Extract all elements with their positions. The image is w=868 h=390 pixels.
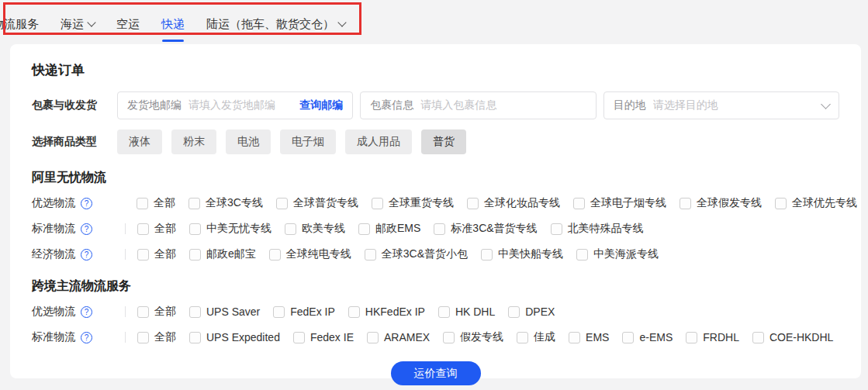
checkbox[interactable] [269, 249, 281, 261]
checkbox-item[interactable]: HKFedEx IP [348, 305, 425, 318]
checkbox-item[interactable]: 全球普货专线 [276, 196, 358, 210]
checkbox[interactable] [438, 306, 450, 318]
logistics-sections: 阿里无忧物流优选物流?全部全球3C专线全球普货专线全球重货专线全球化妆品专线全球… [32, 170, 839, 346]
nav-item[interactable]: 陆运（拖车、散货交仓） [206, 17, 345, 32]
help-icon[interactable]: ? [81, 198, 92, 209]
checkbox[interactable] [285, 223, 296, 235]
checkbox[interactable] [367, 332, 379, 343]
checkbox-item[interactable]: FedEx IP [273, 305, 335, 318]
checkbox-label: FedEx IP [290, 305, 335, 318]
checkbox[interactable] [622, 332, 634, 343]
checkbox[interactable] [358, 223, 370, 235]
checkbox[interactable] [680, 198, 691, 209]
checkbox[interactable] [189, 249, 201, 261]
nav-item[interactable]: 快递 [161, 17, 185, 32]
origin-zip-input[interactable]: 发货地邮编 请填入发货地邮编 查询邮编 [117, 91, 353, 119]
checkbox[interactable] [365, 249, 376, 261]
logistics-row-label: 经济物流 [32, 247, 75, 261]
checkbox-item[interactable]: 北美特殊品专线 [551, 222, 644, 236]
destination-select[interactable]: 目的地 请选择目的地 [603, 91, 839, 119]
checkbox-item[interactable]: 邮政EMS [358, 222, 420, 236]
checkbox[interactable] [189, 223, 201, 235]
checkbox-item[interactable]: 全球化妆品专线 [467, 196, 560, 210]
product-type-chip[interactable]: 粉末 [171, 129, 216, 154]
checkbox-item[interactable]: 全球重货专线 [372, 196, 454, 210]
checkbox-item[interactable]: 欧美专线 [285, 222, 345, 236]
checkbox-item[interactable]: EMS [569, 331, 609, 343]
destination-placeholder: 请选择目的地 [653, 98, 822, 112]
checkbox[interactable] [189, 332, 201, 343]
checkbox-item[interactable]: 全球3C&普货小包 [365, 247, 468, 261]
checkbox-item[interactable]: 全球3C专线 [188, 196, 263, 210]
checkbox-item[interactable]: ARAMEX [367, 331, 430, 343]
checkbox[interactable] [481, 249, 493, 261]
checkbox[interactable] [686, 332, 697, 343]
checkbox-item[interactable]: FRDHL [686, 331, 739, 343]
checkbox[interactable] [137, 223, 149, 235]
checkbox-label: 邮政e邮宝 [206, 247, 256, 261]
checkbox-item[interactable]: 中美海派专线 [576, 247, 659, 261]
checkbox-item[interactable]: COE-HKDHL [752, 331, 833, 343]
checkbox[interactable] [276, 198, 288, 209]
checkbox-item[interactable]: 标准3C&普货专线 [434, 222, 537, 236]
checkbox[interactable] [576, 249, 588, 261]
checkbox-item[interactable]: 全部 [137, 330, 176, 344]
checkbox-item[interactable]: 全球优先专线 [775, 196, 857, 210]
nav-item[interactable]: 物流服务 [0, 17, 39, 32]
checkbox-item[interactable]: e-EMS [622, 331, 673, 343]
checkbox[interactable] [569, 332, 580, 343]
checkbox[interactable] [137, 198, 148, 209]
checkbox-item[interactable]: Fedex IE [293, 331, 354, 343]
checkbox[interactable] [137, 332, 149, 343]
nav-item-label: 空运 [116, 17, 140, 32]
checkbox[interactable] [443, 332, 455, 343]
product-type-chip[interactable]: 普货 [421, 129, 466, 154]
checkbox[interactable] [752, 332, 764, 343]
zip-lookup-link[interactable]: 查询邮编 [299, 98, 343, 112]
checkbox[interactable] [775, 198, 787, 209]
checkbox-item[interactable]: UPS Saver [189, 305, 260, 318]
checkbox[interactable] [188, 198, 200, 209]
checkbox[interactable] [348, 306, 360, 318]
help-icon[interactable]: ? [81, 223, 92, 235]
checkbox-item[interactable]: 全部 [137, 222, 176, 236]
checkbox-item[interactable]: 邮政e邮宝 [189, 247, 256, 261]
help-icon[interactable]: ? [81, 306, 92, 318]
checkbox[interactable] [137, 249, 149, 261]
checkbox-item[interactable]: 中美快船专线 [481, 247, 563, 261]
help-icon[interactable]: ? [81, 332, 92, 343]
product-type-chip[interactable]: 液体 [117, 129, 162, 154]
checkbox[interactable] [434, 223, 445, 235]
product-type-chip[interactable]: 电子烟 [280, 129, 336, 154]
checkbox-item[interactable]: 全部 [137, 196, 175, 210]
product-type-chip[interactable]: 电池 [226, 129, 271, 154]
checkbox[interactable] [372, 198, 383, 209]
package-info-input[interactable]: 包裹信息 请填入包裹信息 [360, 91, 596, 119]
nav-item[interactable]: 空运 [116, 17, 140, 32]
checkbox[interactable] [517, 332, 528, 343]
checkbox-item[interactable]: DPEX [508, 305, 555, 318]
product-type-chip[interactable]: 成人用品 [345, 129, 412, 154]
checkbox-item[interactable]: 全球电子烟专线 [573, 196, 666, 210]
nav-item[interactable]: 海运 [61, 17, 95, 32]
checkbox-item[interactable]: HK DHL [438, 305, 495, 318]
checkbox-item[interactable]: 假发专线 [443, 330, 503, 344]
checkbox-group: 全部邮政e邮宝全球纯电专线全球3C&普货小包中美快船专线中美海派专线 [137, 247, 659, 261]
checkbox-item[interactable]: 中美无忧专线 [189, 222, 271, 236]
checkbox-item[interactable]: 全球纯电专线 [269, 247, 351, 261]
checkbox[interactable] [508, 306, 520, 318]
checkbox[interactable] [137, 306, 149, 318]
checkbox[interactable] [467, 198, 479, 209]
checkbox-item[interactable]: UPS Expedited [189, 331, 280, 343]
checkbox[interactable] [273, 306, 285, 318]
checkbox[interactable] [189, 306, 201, 318]
checkbox[interactable] [551, 223, 562, 235]
help-icon[interactable]: ? [81, 249, 92, 261]
checkbox-item[interactable]: 佳成 [517, 330, 555, 344]
checkbox[interactable] [573, 198, 585, 209]
checkbox-item[interactable]: 全球假发专线 [680, 196, 762, 210]
checkbox[interactable] [293, 332, 305, 343]
rate-query-button[interactable]: 运价查询 [391, 361, 481, 385]
checkbox-item[interactable]: 全部 [137, 247, 176, 261]
checkbox-item[interactable]: 全部 [137, 305, 176, 319]
